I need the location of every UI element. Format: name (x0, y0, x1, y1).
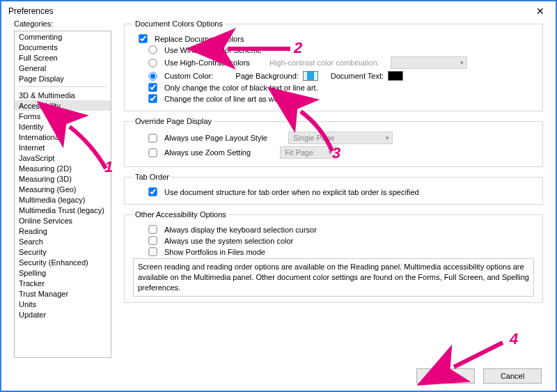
sidebar-item-general[interactable]: General (15, 63, 111, 73)
categories-label: Categories: (14, 19, 111, 28)
group-tab-order: Tab Order Use document structure for tab… (124, 173, 543, 205)
legend-document-colors: Document Colors Options (133, 19, 225, 28)
chk-replace-doc-colors[interactable] (139, 34, 147, 42)
sidebar-item-page-display[interactable]: Page Display (15, 73, 111, 84)
sidebar-item-identity[interactable]: Identity (15, 121, 111, 132)
sidebar-item-forms[interactable]: Forms (15, 111, 111, 121)
legend-other: Other Accessibility Options (133, 210, 228, 219)
lbl-doc-text: Document Text: (331, 72, 384, 80)
chevron-down-icon: ▾ (460, 59, 464, 66)
sidebar-item-javascript[interactable]: JavaScript (15, 152, 111, 163)
sidebar-item-international[interactable]: International (15, 132, 111, 142)
sidebar-item-multimedia-legacy-[interactable]: Multimedia (legacy) (15, 194, 111, 205)
lbl-line-art: Change the color of line art as well as … (164, 95, 308, 103)
legend-tab-order: Tab Order (133, 173, 171, 181)
lbl-zoom: Always use Zoom Setting (164, 148, 251, 157)
sidebar-item-multimedia-trust-legacy-[interactable]: Multimedia Trust (legacy) (15, 205, 111, 215)
sidebar-item-security[interactable]: Security (15, 246, 111, 257)
sidebar-item-3d-multimedia[interactable]: 3D & Multimedia (15, 90, 111, 100)
chk-portfolios[interactable] (148, 247, 157, 256)
chk-sys-color[interactable] (148, 236, 157, 244)
lbl-tab-order: Use document structure for tab order whe… (164, 188, 419, 196)
chk-kb-cursor[interactable] (148, 225, 157, 233)
group-override-page-display: Override Page Display Always use Page La… (124, 117, 543, 167)
combo-page-layout: Single Page ▾ (288, 132, 393, 144)
sidebar-item-security-enhanced-[interactable]: Security (Enhanced) (15, 257, 111, 267)
sidebar-item-documents[interactable]: Documents (15, 42, 111, 52)
cancel-button[interactable]: Cancel (483, 368, 542, 384)
lbl-replace-doc-colors: Replace Document Colors (155, 35, 244, 43)
chk-zoom[interactable] (148, 148, 157, 157)
sidebar-item-full-screen[interactable]: Full Screen (15, 52, 111, 63)
ok-button[interactable]: OK (416, 368, 475, 384)
sidebar-item-measuring-2d-[interactable]: Measuring (2D) (15, 163, 111, 173)
lbl-only-black: Only change the color of black text or l… (164, 84, 318, 92)
lbl-custom-color: Custom Color: (164, 72, 213, 80)
close-icon[interactable]: ✕ (532, 6, 549, 17)
sidebar-item-measuring-geo-[interactable]: Measuring (Geo) (15, 184, 111, 194)
chk-tab-order[interactable] (148, 187, 157, 196)
sidebar-item-spelling[interactable]: Spelling (15, 267, 111, 278)
combo-high-contrast: ▾ (391, 56, 467, 69)
group-document-colors: Document Colors Options Replace Document… (124, 19, 543, 111)
swatch-document-text[interactable] (388, 71, 403, 81)
lbl-windows-scheme: Use Windows Color Scheme (164, 46, 262, 54)
combo-zoom: Fit Page ▾ (280, 146, 336, 159)
radio-windows-scheme[interactable] (148, 45, 157, 54)
swatch-page-background[interactable] (303, 71, 318, 81)
group-other-accessibility: Other Accessibility Options Always displ… (124, 210, 543, 303)
sidebar-item-trust-manager[interactable]: Trust Manager (15, 288, 111, 299)
sidebar-item-reading[interactable]: Reading (15, 226, 111, 236)
sidebar-item-units[interactable]: Units (15, 299, 111, 309)
sidebar-item-updater[interactable]: Updater (15, 309, 111, 320)
category-separator (19, 86, 107, 87)
radio-custom-color[interactable] (148, 72, 157, 80)
lbl-kb-cursor: Always display the keyboard selection cu… (164, 226, 317, 234)
lbl-hc-combo: High-contrast color combination: (269, 58, 379, 67)
lbl-sys-color: Always use the system selection color (164, 237, 293, 245)
chevron-down-icon: ▾ (329, 149, 332, 156)
titlebar: Preferences ✕ (1, 1, 556, 19)
legend-override: Override Page Display (133, 117, 214, 125)
chevron-down-icon: ▾ (386, 134, 389, 141)
chk-page-layout[interactable] (148, 134, 157, 142)
sidebar-item-measuring-3d-[interactable]: Measuring (3D) (15, 173, 111, 184)
chk-line-art[interactable] (148, 94, 157, 102)
chk-only-black[interactable] (148, 83, 157, 91)
lbl-high-contrast: Use High-Contrast colors (164, 58, 250, 67)
sidebar-item-tracker[interactable]: Tracker (15, 278, 111, 288)
categories-list[interactable]: CommentingDocumentsFull ScreenGeneralPag… (14, 31, 111, 358)
sidebar-item-accessibility[interactable]: Accessibility (15, 100, 111, 111)
lbl-page-layout: Always use Page Layout Style (164, 134, 267, 142)
lbl-page-bg: Page Background: (235, 72, 299, 80)
radio-high-contrast[interactable] (148, 58, 157, 67)
sidebar-item-commenting[interactable]: Commenting (15, 31, 111, 42)
lbl-portfolios: Show Portfolios in Files mode (164, 248, 265, 256)
sidebar-item-online-services[interactable]: Online Services (15, 215, 111, 226)
sidebar-item-internet[interactable]: Internet (15, 142, 111, 152)
window-title: Preferences (8, 6, 54, 16)
sidebar-item-search[interactable]: Search (15, 236, 111, 246)
info-text: Screen reading and reading order options… (133, 258, 534, 297)
